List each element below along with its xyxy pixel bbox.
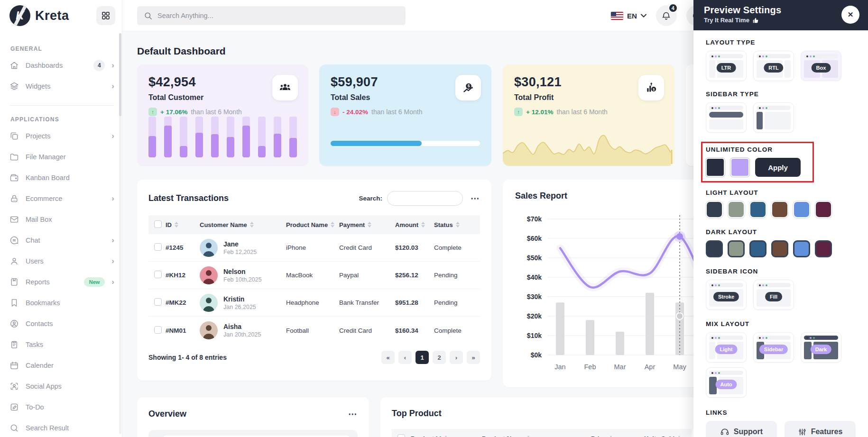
table-row[interactable]: #1245JaneFeb 12,2025iPhoneCredit Card$12… bbox=[148, 234, 480, 262]
table-row[interactable]: #KH12NelsonFeb 10th,2025MacBookPaypal$25… bbox=[148, 262, 480, 289]
svg-text:$20k: $20k bbox=[527, 312, 542, 320]
column-header-id[interactable]: ID bbox=[166, 221, 200, 228]
cell-date: Feb 12,2025 bbox=[223, 249, 257, 255]
cell-date: Feb 10th,2025 bbox=[223, 276, 262, 283]
pagination: «‹12›» bbox=[381, 351, 480, 364]
table-row[interactable]: #MK22KristinJan 26,2025HeadphoneBank Tra… bbox=[148, 289, 480, 317]
sort-icon bbox=[368, 222, 371, 228]
sidebar-item-reports[interactable]: ReportsNew› bbox=[9, 272, 114, 292]
unlimited-color-section: UNLIMITED COLOR Apply bbox=[706, 146, 856, 177]
select-all-checkbox[interactable] bbox=[397, 434, 405, 437]
page-button-›[interactable]: › bbox=[450, 351, 463, 364]
light-color-swatch-5[interactable] bbox=[815, 201, 832, 218]
page-button-‹[interactable]: ‹ bbox=[398, 351, 412, 364]
column-header-product-id[interactable]: Product Id bbox=[411, 435, 482, 437]
thumb-label: Light bbox=[715, 345, 738, 354]
column-header-units-sold[interactable]: Units Sold bbox=[644, 435, 692, 437]
chat-icon bbox=[9, 236, 19, 245]
sidebar-item-calender[interactable]: Calender bbox=[9, 355, 114, 376]
sidebar-item-mail-box[interactable]: Mail Box bbox=[9, 209, 114, 230]
dark-color-swatch-1[interactable] bbox=[728, 240, 745, 257]
option-ltr[interactable]: LTR bbox=[706, 51, 747, 81]
delta-suffix: than last 6 Month bbox=[556, 108, 607, 116]
column-header-price[interactable]: Price bbox=[591, 435, 644, 437]
dark-color-swatch-3[interactable] bbox=[771, 240, 788, 257]
sidebar-item-bookmarks[interactable]: Bookmarks bbox=[9, 292, 114, 313]
sidebar-item-file-manager[interactable]: File Manager bbox=[9, 146, 114, 167]
option-vertical[interactable] bbox=[753, 102, 794, 133]
home-icon bbox=[9, 61, 19, 70]
sidebar-scrollbar[interactable] bbox=[119, 33, 121, 434]
table-row[interactable]: #NM01AishaJan 20th,2025FootballCredit Ca… bbox=[148, 317, 480, 344]
global-search[interactable] bbox=[137, 6, 406, 25]
select-all-checkbox[interactable] bbox=[154, 220, 162, 228]
cell-amount: $120.03 bbox=[395, 244, 434, 251]
color-swatch-navy[interactable] bbox=[706, 158, 725, 177]
grid-icon bbox=[101, 11, 111, 20]
close-icon[interactable]: ✕ bbox=[841, 6, 859, 24]
sidebar-item-projects[interactable]: Projects› bbox=[9, 126, 114, 146]
light-color-swatch-0[interactable] bbox=[706, 201, 723, 218]
page-button-«[interactable]: « bbox=[381, 351, 395, 364]
column-header-product-name[interactable]: Product Name bbox=[286, 221, 339, 228]
search-input[interactable] bbox=[157, 12, 376, 19]
dark-color-swatch-5[interactable] bbox=[815, 240, 832, 257]
option-auto[interactable]: Auto bbox=[706, 367, 747, 398]
report-icon bbox=[9, 277, 19, 287]
sidebar-item-ecommerce[interactable]: Ecommerce› bbox=[9, 188, 114, 209]
more-menu-icon[interactable]: ⋯ bbox=[348, 409, 358, 419]
light-color-swatch-4[interactable] bbox=[793, 201, 810, 218]
folder-icon bbox=[9, 152, 19, 162]
option-stroke[interactable]: Stroke bbox=[706, 280, 747, 310]
sidebar-item-dashboards[interactable]: Dashboards4› bbox=[9, 55, 114, 76]
light-color-swatch-1[interactable] bbox=[728, 201, 745, 218]
page-button-»[interactable]: » bbox=[467, 351, 480, 364]
sidebar-item-tasks[interactable]: Tasks bbox=[9, 334, 114, 355]
option-box[interactable]: Box bbox=[801, 51, 841, 81]
language-selector[interactable]: EN bbox=[611, 12, 646, 20]
sidebar-item-widgets[interactable]: Widgets› bbox=[9, 76, 114, 97]
column-header-amount[interactable]: Amount bbox=[395, 221, 434, 228]
sidebar-item-social-apps[interactable]: Social Apps bbox=[9, 376, 114, 397]
column-header-product-name[interactable]: Product Name bbox=[482, 435, 591, 437]
sidebar-item-kanban-board[interactable]: Kanban Board bbox=[9, 167, 114, 188]
color-swatch-purple[interactable] bbox=[730, 158, 749, 177]
row-checkbox[interactable] bbox=[154, 243, 162, 251]
row-checkbox[interactable] bbox=[154, 271, 162, 278]
page-button-2[interactable]: 2 bbox=[433, 351, 446, 364]
sidebar-item-chat[interactable]: Chat› bbox=[9, 230, 114, 251]
brand-logo-icon[interactable]: K bbox=[9, 5, 30, 26]
sidebar-item-users[interactable]: Users› bbox=[9, 251, 114, 272]
option-dark[interactable]: Dark bbox=[801, 332, 841, 363]
dark-color-swatch-0[interactable] bbox=[706, 240, 723, 257]
column-header-payment[interactable]: Payment bbox=[339, 221, 395, 228]
sidebar-item-to-do[interactable]: To-Do bbox=[9, 397, 114, 418]
more-menu-icon[interactable]: ⋯ bbox=[471, 193, 480, 204]
notifications-button[interactable]: 4 bbox=[656, 5, 677, 26]
apply-button[interactable]: Apply bbox=[755, 158, 801, 177]
features-button[interactable]: Features bbox=[785, 421, 856, 437]
table-search-input[interactable] bbox=[387, 191, 463, 206]
option-fill[interactable]: Fill bbox=[753, 280, 794, 310]
sidebar-item-contacts[interactable]: Contacts bbox=[9, 313, 114, 334]
entries-count: Showing 1- 4 of 8 entries bbox=[148, 354, 381, 361]
option-light[interactable]: Light bbox=[706, 332, 747, 363]
row-checkbox[interactable] bbox=[154, 298, 162, 306]
apps-grid-button[interactable] bbox=[96, 6, 115, 25]
light-color-swatch-3[interactable] bbox=[771, 201, 788, 218]
row-checkbox[interactable] bbox=[154, 326, 162, 334]
notification-count-badge: 4 bbox=[668, 3, 678, 13]
option-horizontal[interactable] bbox=[706, 102, 747, 133]
column-header-customer-name[interactable]: Customer Name bbox=[200, 221, 286, 228]
option-rtl[interactable]: RTL bbox=[753, 51, 794, 81]
sidebar-divider bbox=[9, 105, 114, 106]
svg-text:$: $ bbox=[653, 88, 655, 91]
light-color-swatch-2[interactable] bbox=[749, 201, 766, 218]
sidebar-item-search-result[interactable]: Search Result bbox=[9, 418, 114, 437]
option-sidebar[interactable]: Sidebar bbox=[753, 332, 794, 363]
dark-color-swatch-4[interactable] bbox=[793, 240, 810, 257]
dark-color-swatch-2[interactable] bbox=[749, 240, 766, 257]
page-button-1[interactable]: 1 bbox=[416, 351, 429, 364]
column-header-status[interactable]: Status bbox=[434, 221, 480, 228]
support-button[interactable]: Support bbox=[706, 421, 777, 437]
